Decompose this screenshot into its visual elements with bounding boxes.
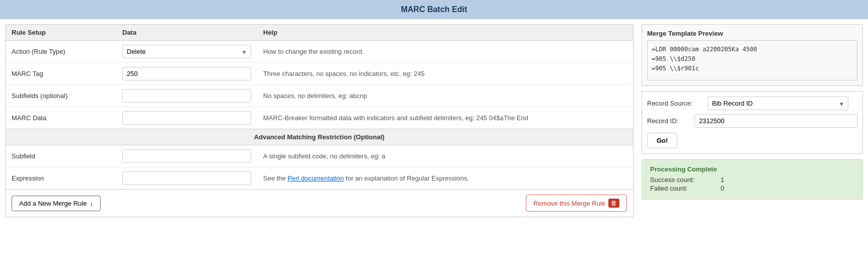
advanced-section-header: Advanced Matching Restriction (Optional): [6, 129, 633, 145]
record-source-select[interactable]: Bib Record ID Call Number Barcode: [707, 97, 848, 110]
perl-doc-link[interactable]: Perl documentation: [287, 174, 344, 182]
success-count-row: Success count: 1: [650, 176, 854, 184]
adv-subfield-label: Subfield: [6, 145, 116, 167]
failed-count-value: 0: [721, 185, 724, 192]
expression-help-after: for an explanation of Regular Expression…: [344, 174, 469, 182]
action-rule-type-help: How to change the existing record.: [257, 41, 633, 63]
preview-line-1: =LDR 00000cam a2200205Ka 4500: [652, 45, 853, 54]
merge-preview-title: Merge Template Preview: [647, 30, 857, 37]
action-rule-type-select[interactable]: Delete Add Replace: [122, 45, 251, 58]
page-title: MARC Batch Edit: [401, 5, 467, 14]
adv-subfield-input[interactable]: [122, 149, 251, 163]
right-panel: Merge Template Preview =LDR 00000cam a22…: [642, 24, 863, 217]
merge-preview-section: Merge Template Preview =LDR 00000cam a22…: [642, 24, 863, 86]
add-merge-rule-button[interactable]: Add a New Merge Rule ↓: [12, 196, 101, 211]
arrow-down-icon: ↓: [90, 200, 93, 207]
marc-tag-input[interactable]: [122, 67, 251, 80]
action-rule-type-cell: Delete Add Replace: [116, 41, 257, 63]
table-row: Subfields (optional) No spaces, no delim…: [6, 85, 633, 107]
success-count-value: 1: [721, 176, 724, 184]
marc-data-input[interactable]: [122, 111, 251, 125]
add-merge-rule-label: Add a New Merge Rule: [19, 200, 87, 207]
action-rule-type-label: Action (Rule Type): [6, 41, 116, 63]
adv-expression-input[interactable]: [122, 171, 251, 185]
marc-data-label: MARC Data: [6, 107, 116, 129]
table-row: MARC Data MARC-Breaker formatted data wi…: [6, 107, 633, 129]
adv-expression-help: See the Perl documentation for an explan…: [257, 167, 633, 190]
remove-merge-rule-label: Remove this Merge Rule: [533, 200, 605, 207]
preview-line-2: =905 \\$d250: [652, 54, 853, 64]
bottom-bar: Add a New Merge Rule ↓ Remove this Merge…: [6, 189, 633, 217]
subfields-label: Subfields (optional): [6, 85, 116, 107]
subfields-input[interactable]: [122, 89, 251, 103]
trash-icon: 🗑: [608, 199, 619, 208]
col-header-help: Help: [257, 25, 633, 41]
col-header-data: Data: [116, 25, 257, 41]
table-row: Subfield A single subfield code, no deli…: [6, 145, 633, 167]
remove-merge-rule-button[interactable]: Remove this Merge Rule 🗑: [526, 195, 627, 212]
record-id-label: Record ID:: [647, 117, 689, 125]
status-title: Processing Complete: [650, 165, 854, 173]
expression-help-before: See the: [263, 174, 287, 182]
merge-preview-content: =LDR 00000cam a2200205Ka 4500 =905 \\$d2…: [647, 40, 857, 80]
record-source-row: Record Source: Bib Record ID Call Number…: [647, 97, 857, 110]
marc-data-cell: [116, 107, 257, 129]
subfields-cell: [116, 85, 257, 107]
adv-expression-cell: [116, 167, 257, 190]
record-source-label: Record Source:: [647, 100, 702, 107]
record-id-row: Record ID:: [647, 114, 857, 128]
marc-data-help: MARC-Breaker formatted data with indicat…: [257, 107, 633, 129]
go-button[interactable]: Go!: [647, 133, 677, 148]
marc-tag-cell: [116, 63, 257, 85]
table-row: Action (Rule Type) Delete Add Replace Ho…: [6, 41, 633, 63]
subfields-help: No spaces, no delimiters, eg: abcnp: [257, 85, 633, 107]
record-id-input[interactable]: [694, 114, 857, 128]
table-row: Expression See the Perl documentation fo…: [6, 167, 633, 190]
record-form: Record Source: Bib Record ID Call Number…: [642, 91, 863, 154]
preview-line-3: =905 \\$r901c: [652, 64, 853, 73]
adv-expression-label: Expression: [6, 167, 116, 190]
col-header-setup: Rule Setup: [6, 25, 116, 41]
marc-tag-help: Three characters, no spaces, no indicato…: [257, 63, 633, 85]
adv-subfield-help: A single subfield code, no delimiters, e…: [257, 145, 633, 167]
success-count-label: Success count:: [650, 176, 721, 184]
failed-count-row: Failed count: 0: [650, 185, 854, 192]
adv-subfield-cell: [116, 145, 257, 167]
left-panel: Rule Setup Data Help Action (Rule Type) …: [5, 24, 634, 217]
status-box: Processing Complete Success count: 1 Fai…: [642, 159, 863, 200]
marc-tag-label: MARC Tag: [6, 63, 116, 85]
failed-count-label: Failed count:: [650, 185, 721, 192]
table-row: MARC Tag Three characters, no spaces, no…: [6, 63, 633, 85]
header: MARC Batch Edit: [0, 0, 868, 19]
